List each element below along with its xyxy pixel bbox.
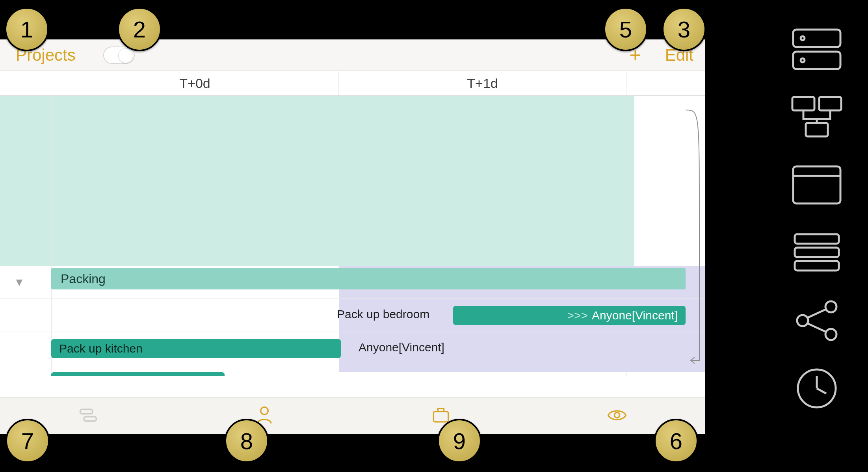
svg-rect-9 [792, 97, 814, 110]
dependency-arrow [684, 108, 705, 368]
gantt-chart[interactable]: ▼ Packing Pack up bedroom >>> Anyone[Vin… [0, 96, 705, 376]
task-bar-kitchen[interactable]: Pack up kitchen [51, 339, 341, 358]
svg-rect-1 [84, 416, 97, 421]
annotation-badge-2: 2 [117, 7, 162, 51]
window-icon [785, 159, 848, 211]
svg-point-4 [615, 412, 620, 418]
navbar: Projects + Edit [0, 39, 705, 71]
task-label: Pack up bedroom [337, 308, 429, 321]
day-column-0: T+0d [51, 71, 339, 95]
app-frame: Projects + Edit T+0d T+1d ▼ Packing Pack… [0, 39, 705, 434]
share-icon [785, 295, 848, 346]
folder-tree-icon [785, 91, 848, 143]
filter-button[interactable] [77, 404, 99, 428]
server-icon [785, 24, 848, 75]
svg-line-24 [817, 388, 826, 394]
bottom-toolbar [0, 397, 705, 434]
task-row-kitchen[interactable]: Pack up kitchen Anyone[Vincent] [0, 332, 705, 365]
svg-point-19 [825, 329, 836, 340]
annotation-badge-7: 7 [6, 419, 50, 463]
group-row-packing[interactable]: ▼ Packing [0, 266, 705, 299]
annotation-badge-1: 1 [5, 7, 49, 51]
task-bar-living[interactable]: Pack up living room [51, 372, 225, 376]
task-row-bedroom[interactable]: Pack up bedroom >>> Anyone[Vincent] [0, 299, 705, 332]
svg-rect-16 [795, 261, 839, 271]
svg-point-18 [825, 301, 836, 312]
day-column-2 [626, 71, 705, 95]
svg-rect-14 [795, 234, 839, 244]
task-assignee: Anyone[Jane] [236, 374, 309, 376]
annotation-badge-3: 3 [662, 7, 706, 51]
side-icon-strip [773, 24, 860, 414]
svg-rect-3 [433, 411, 448, 422]
svg-point-17 [797, 315, 808, 326]
annotation-badge-6: 6 [654, 419, 698, 463]
clock-icon [785, 363, 848, 414]
annotation-badge-5: 5 [604, 7, 648, 51]
task-row-living[interactable]: Pack up living room Anyone[Jane] [0, 365, 705, 376]
svg-line-21 [807, 323, 826, 332]
stack-icon [785, 227, 848, 278]
svg-line-20 [807, 309, 826, 318]
svg-rect-11 [806, 123, 828, 136]
svg-rect-10 [819, 97, 841, 110]
svg-rect-0 [80, 409, 93, 414]
task-label: Pack up kitchen [59, 342, 143, 355]
group-label: Packing [61, 272, 106, 286]
annotation-badge-9: 9 [437, 419, 481, 463]
svg-point-2 [261, 407, 268, 414]
task-assignee: Anyone[Vincent] [592, 309, 678, 322]
svg-point-8 [801, 58, 805, 62]
svg-rect-12 [793, 166, 840, 203]
day-column-1: T+1d [339, 71, 626, 95]
view-button[interactable] [606, 404, 628, 428]
task-assignee: Anyone[Vincent] [359, 341, 444, 354]
task-bar-bedroom[interactable]: >>> Anyone[Vincent] [453, 306, 686, 325]
timeline-header: T+0d T+1d [0, 71, 705, 96]
group-bar-packing[interactable]: Packing [51, 268, 686, 289]
milestone-marker-icon: >>> [567, 309, 588, 322]
task-label: Pack up living room [59, 375, 162, 376]
svg-point-7 [801, 36, 805, 40]
annotation-badge-8: 8 [225, 419, 269, 463]
disclosure-icon[interactable]: ▼ [14, 276, 25, 289]
svg-rect-15 [795, 248, 839, 257]
packing-group-bg [0, 96, 634, 266]
header-gutter [0, 71, 51, 95]
